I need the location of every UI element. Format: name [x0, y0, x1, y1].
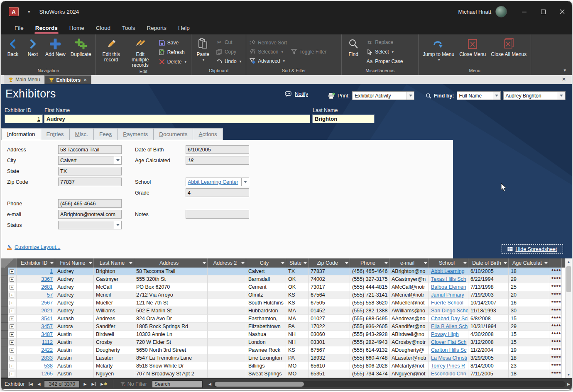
expand-row-button[interactable]: + [8, 323, 17, 331]
save-button[interactable]: Save [157, 39, 188, 47]
menu-tab-help[interactable]: Help [172, 23, 196, 34]
form-tab-actions[interactable]: Actions [193, 128, 223, 140]
date-of-birth-field[interactable]: 6/10/2005 [186, 145, 249, 154]
exhibitor-id-link[interactable]: 2833 [41, 355, 53, 361]
minimize-button[interactable] [514, 1, 534, 22]
search-input[interactable] [152, 380, 203, 388]
vertical-scrollbar[interactable]: ▲ ▼ [565, 258, 572, 378]
proper-case-button[interactable]: Aa Proper Case [365, 57, 404, 66]
toggle-filter-button[interactable]: Toggle Filter [289, 48, 328, 56]
exhibitor-id-link[interactable]: 1 [50, 268, 53, 274]
exhibitor-id-link[interactable]: 538 [44, 363, 53, 369]
last-name-field[interactable]: Brighton [312, 114, 375, 123]
table-row[interactable]: +2681AudreyMcCallPO Box 62070CementOK730… [1, 283, 572, 291]
filter-caret-icon[interactable] [384, 262, 388, 266]
expand-row-button[interactable]: + [8, 354, 17, 362]
exhibitor-id-link[interactable]: 3367 [41, 276, 53, 282]
previous-record-button[interactable]: ◀ [37, 382, 42, 386]
scroll-left-icon[interactable]: ◀ [207, 382, 213, 386]
form-tab-entries[interactable]: Entries [41, 128, 69, 140]
exhibitor-id-link[interactable]: 2021 [41, 308, 53, 314]
scroll-right-icon[interactable]: ▶ [566, 382, 572, 386]
menu-tab-reports[interactable]: Reports [141, 23, 172, 34]
scroll-down-icon[interactable]: ▼ [566, 371, 572, 378]
column-header-age-calculat[interactable]: Age Calculat [509, 258, 549, 268]
filter-caret-icon[interactable] [203, 262, 206, 266]
filter-caret-icon[interactable] [304, 262, 307, 266]
row-selector[interactable] [1, 315, 8, 323]
remove-sort-button[interactable]: AZ Remove Sort [248, 39, 340, 47]
column-header-state[interactable]: State [286, 258, 309, 268]
row-selector[interactable] [1, 299, 8, 307]
find-button[interactable]: Find [343, 36, 363, 67]
row-selector[interactable] [1, 307, 8, 315]
column-header-address-2[interactable]: Address 2 [208, 258, 246, 268]
paste-button[interactable]: Paste ▾ [193, 36, 213, 67]
hide-spreadsheet-button[interactable]: Hide Spreadsheet [502, 244, 563, 254]
state-field[interactable]: TX [58, 167, 122, 175]
scrollbar-thumb[interactable] [215, 382, 304, 387]
school-link[interactable]: Texas Hills Sch [431, 276, 466, 282]
row-selector[interactable] [1, 370, 8, 378]
menu-tab-cloud[interactable]: Cloud [90, 23, 116, 34]
city-select[interactable]: Calvert [58, 156, 122, 165]
form-tab-fees[interactable]: Fees [93, 128, 117, 140]
scrollbar-thumb[interactable] [566, 266, 571, 292]
school-link[interactable]: Torrey Pines R [431, 363, 465, 369]
phone-field[interactable]: (456) 465-4646 [58, 199, 122, 208]
advanced-filter-button[interactable]: Advanced▾ [248, 57, 340, 65]
close-all-menus-button[interactable]: Close All Menus [488, 36, 529, 67]
column-header-e-mail[interactable]: e-mail [389, 258, 429, 268]
expand-row-button[interactable]: + [8, 315, 17, 323]
exhibitor-id-link[interactable]: 1265 [41, 371, 53, 377]
column-header-exhibitor-id[interactable]: Exhibitor ID [17, 258, 55, 268]
row-selector[interactable] [1, 338, 8, 346]
copy-button[interactable]: Copy [215, 48, 242, 56]
first-name-field[interactable]: Audrey [44, 114, 310, 123]
back-button[interactable]: Back [3, 36, 23, 67]
new-record-button[interactable]: ▶✱ [99, 382, 108, 386]
maximize-button[interactable] [534, 1, 553, 22]
column-header-address[interactable]: Address [134, 258, 208, 268]
table-row[interactable]: +2833AustinLasater8547 La Tremolins Lane… [1, 354, 572, 362]
refresh-button[interactable]: Refresh [157, 48, 188, 56]
table-row[interactable]: +3487AustinBirdwell10303 Annie LnNashuaN… [1, 331, 572, 338]
menu-tab-records[interactable]: Records [29, 23, 64, 34]
filter-caret-icon[interactable] [504, 262, 507, 266]
expand-row-button[interactable]: + [8, 307, 17, 315]
close-button[interactable] [553, 1, 572, 22]
school-link[interactable]: Jamul Primary [431, 292, 464, 298]
exhibitor-id-link[interactable]: 57 [47, 292, 53, 298]
row-selector[interactable] [1, 362, 8, 370]
next-button[interactable]: Next [23, 36, 43, 67]
avatar[interactable] [495, 6, 507, 17]
print-report-select[interactable]: Exhibitor Activity [352, 91, 414, 100]
menu-tab-file[interactable]: File [9, 23, 29, 34]
filter-caret-icon[interactable] [463, 262, 467, 266]
expand-row-button[interactable]: + [8, 331, 17, 338]
school-link[interactable]: Chabad Day Sch [431, 316, 468, 321]
column-header-zip-code[interactable]: Zip Code [309, 258, 350, 268]
exhibitor-id-field[interactable]: 1 [5, 114, 43, 123]
school-link[interactable]: Ella B Allen Sch [431, 324, 468, 329]
status-select[interactable] [58, 221, 122, 229]
table-row[interactable]: +2021AudreyWilliams502 E Marlin StHubbar… [1, 307, 572, 315]
filter-caret-icon[interactable] [129, 262, 132, 266]
menu-tab-tools[interactable]: Tools [116, 23, 141, 34]
close-menu-button[interactable]: Close Menu [457, 36, 488, 67]
duplicate-button[interactable]: Duplicate [68, 36, 94, 67]
table-row[interactable]: +1265AustinNguyen707 N Broadway St Apt 2… [1, 370, 572, 378]
scrollbar-track[interactable] [213, 381, 566, 387]
expand-row-button[interactable]: + [8, 283, 17, 291]
expand-row-button[interactable]: + [8, 370, 17, 378]
tab-exhibitors[interactable]: Exhibitors ✕ [44, 75, 91, 84]
grid-corner[interactable] [1, 258, 17, 268]
row-selector[interactable] [1, 275, 8, 283]
expand-row-button[interactable]: + [8, 338, 17, 346]
school-link[interactable]: Escondido Chri [431, 371, 466, 377]
find-by-value-select[interactable]: Audrey Brighton [503, 91, 566, 100]
address-field[interactable]: 58 Taccoma Trail [58, 145, 122, 154]
table-row[interactable]: +1112AustinCrosby720 W Elder StLondonNH0… [1, 338, 572, 346]
selection-filter-button[interactable]: Selection▾ [248, 48, 284, 56]
filter-caret-icon[interactable] [424, 262, 427, 266]
